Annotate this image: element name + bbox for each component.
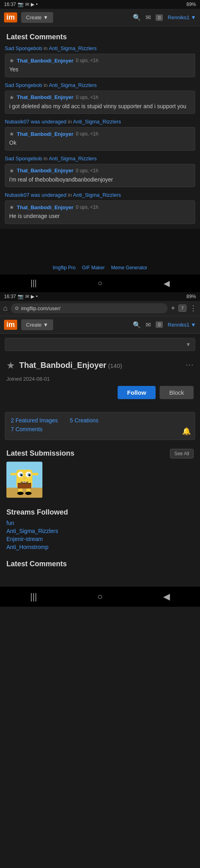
stream-link-5[interactable]: Anti_Sigma_Rizzlers	[73, 192, 121, 198]
star-icon-3: ★	[9, 131, 14, 137]
android-menu-icon-2[interactable]: |||	[30, 591, 37, 602]
android-home-icon-2[interactable]: ○	[97, 591, 102, 602]
android-nav-2: ||| ○ ◀	[0, 587, 200, 607]
user-button-2[interactable]: Renniks1 ▼	[168, 322, 196, 328]
nav-bar-2: im Create ▼ 🔍 ✉ 0 Renniks1 ▼	[0, 316, 200, 334]
profile-search-bar[interactable]: ▼	[5, 338, 195, 351]
create-button-2[interactable]: Create ▼	[21, 319, 53, 330]
block-button[interactable]: Block	[160, 386, 194, 399]
post-link-5[interactable]: Nubasik07 was underaged	[5, 192, 66, 198]
battery-2: 89%	[186, 294, 196, 299]
submissions-title: Latest Submissions	[6, 449, 74, 458]
footer-gif-link[interactable]: GIF Maker	[82, 265, 105, 270]
comment-group-4: Sad Spongebob in Anti_Sigma_Rizzlers ★ T…	[0, 155, 200, 192]
android-nav-1: ||| ○ ◀	[0, 275, 200, 292]
comment-meta-1: ★ That_Banbodi_Enjoyer 0 ups, <1h	[9, 57, 191, 64]
post-link-3[interactable]: Nubasik07 was underaged	[5, 119, 66, 125]
search-icon-1[interactable]: 🔍	[133, 14, 141, 21]
time-1: 16:37	[4, 2, 16, 7]
url-text[interactable]: imgflip.com/user/	[21, 305, 60, 311]
home-browser-icon[interactable]: ⌂	[3, 304, 8, 313]
status-bar-1: 16:37 📷 ✉ ▶ • 89%	[0, 0, 200, 9]
more-browser-icon[interactable]: ⋮	[190, 304, 197, 313]
stream-link-1[interactable]: Anti_Sigma_Rizzlers	[49, 45, 97, 51]
camera-icon-2: 📷	[18, 294, 24, 299]
profile-more-button[interactable]: ⋯	[186, 360, 194, 369]
star-icon-5: ★	[9, 204, 14, 210]
svg-rect-14	[18, 483, 31, 484]
post-link-2[interactable]: Sad Spongebob	[5, 82, 42, 88]
svg-point-7	[21, 474, 22, 476]
see-all-button[interactable]: See All	[170, 449, 194, 458]
stats-box: 2 Featured Images 5 Creations 7 Comments…	[5, 412, 195, 440]
page2: 16:37 📷 ✉ ▶ • 89% ⌂ ⊙ imgflip.com/user/ …	[0, 292, 200, 607]
user-button-1[interactable]: Renniks1 ▼	[168, 14, 196, 20]
latest-comments-title-1: Latest Comments	[0, 26, 200, 45]
tab-count[interactable]: 7	[178, 305, 186, 312]
comment-box-4: ★ That_Banbodi_Enjoyer 0 ups, <1h i'm re…	[5, 164, 195, 188]
svg-rect-20	[32, 473, 38, 475]
battery-1: 89%	[186, 2, 196, 7]
bell-icon[interactable]: 🔔	[182, 427, 191, 436]
comment-points-1: 0 ups, <1h	[76, 58, 98, 63]
search-icon-2[interactable]: 🔍	[133, 321, 141, 329]
android-back-icon-2[interactable]: ◀	[163, 591, 170, 602]
notification-badge-2: 0	[156, 321, 163, 328]
stat-comments[interactable]: 7 Comments	[11, 426, 42, 432]
svg-point-17	[17, 492, 24, 495]
footer-links: Imgflip Pro GIF Maker Meme Generator	[0, 261, 200, 275]
svg-rect-1	[6, 488, 42, 498]
post-link-4[interactable]: Sad Spongebob	[5, 155, 42, 161]
comment-meta-4: ★ That_Banbodi_Enjoyer 0 ups, <1h	[9, 168, 191, 174]
profile-user-info: ★ That_Banbodi_Enjoyer (140)	[6, 360, 122, 371]
android-back-icon-1[interactable]: ◀	[164, 279, 170, 288]
stream-item-anti-hornstromp[interactable]: Anti_Hornstromp	[6, 544, 194, 550]
url-bar[interactable]: ⊙ imgflip.com/user/	[11, 303, 168, 313]
mail-icon-2[interactable]: ✉	[146, 321, 151, 329]
dot-icon: •	[36, 2, 38, 7]
comment-points-2: 0 ups, <1h	[76, 95, 98, 100]
profile-star-icon: ★	[6, 360, 15, 371]
svg-point-18	[25, 492, 32, 495]
stream-item-enjenir[interactable]: Enjenir-stream	[6, 536, 194, 542]
comment-author-1[interactable]: That_Banbodi_Enjoyer	[17, 58, 74, 64]
android-home-icon-1[interactable]: ○	[98, 279, 102, 288]
time-2: 16:37	[4, 294, 16, 299]
comment-author-2[interactable]: That_Banbodi_Enjoyer	[17, 94, 74, 100]
submission-image-1[interactable]	[6, 462, 42, 498]
star-icon-2: ★	[9, 94, 14, 101]
stream-item-fun[interactable]: fun	[6, 520, 194, 526]
comment-box-3: ★ That_Banbodi_Enjoyer 0 ups, <1h Ok	[5, 127, 195, 151]
footer-pro-link[interactable]: Imgflip Pro	[53, 265, 76, 270]
stream-link-2[interactable]: Anti_Sigma_Rizzlers	[49, 82, 97, 88]
comment-points-5: 0 ups, <1h	[76, 204, 98, 210]
profile-points: (140)	[108, 362, 122, 369]
stream-link-4[interactable]: Anti_Sigma_Rizzlers	[49, 155, 97, 161]
search-dropdown-icon[interactable]: ▼	[186, 341, 191, 347]
profile-username[interactable]: That_Banbodi_Enjoyer	[19, 361, 106, 369]
add-tab-icon[interactable]: +	[171, 304, 175, 313]
comment-author-3[interactable]: That_Banbodi_Enjoyer	[17, 131, 74, 137]
post-link-1[interactable]: Sad Spongebob	[5, 45, 42, 51]
comment-header-4: Sad Spongebob in Anti_Sigma_Rizzlers	[5, 155, 195, 161]
android-menu-icon-1[interactable]: |||	[30, 279, 37, 288]
comment-group-1: Sad Spongebob in Anti_Sigma_Rizzlers ★ T…	[0, 45, 200, 82]
dot-icon-2: •	[36, 294, 38, 299]
footer-meme-link[interactable]: Meme Generator	[111, 265, 148, 270]
create-button-1[interactable]: Create ▼	[21, 12, 53, 23]
mail-icon-1[interactable]: ✉	[146, 14, 151, 21]
stat-featured-images[interactable]: 2 Featured Images	[11, 417, 58, 424]
stream-link-3[interactable]: Anti_Sigma_Rizzlers	[73, 119, 121, 125]
stream-item-anti-sigma[interactable]: Anti_Sigma_Rizzlers	[6, 528, 194, 534]
submissions-header: Latest Submissions See All	[0, 445, 200, 462]
comment-box-2: ★ That_Banbodi_Enjoyer 0 ups, <1h i got …	[5, 91, 195, 114]
comment-author-5[interactable]: That_Banbodi_Enjoyer	[17, 204, 74, 210]
dark-gap-1	[0, 229, 200, 261]
star-icon-1: ★	[9, 57, 14, 64]
comment-meta-2: ★ That_Banbodi_Enjoyer 0 ups, <1h	[9, 94, 191, 101]
comment-author-4[interactable]: That_Banbodi_Enjoyer	[17, 168, 74, 174]
mail-status-icon-2: ✉	[25, 294, 29, 299]
stat-creations[interactable]: 5 Creations	[70, 417, 99, 424]
comment-meta-3: ★ That_Banbodi_Enjoyer 0 ups, <1h	[9, 131, 191, 137]
follow-button[interactable]: Follow	[118, 386, 156, 399]
